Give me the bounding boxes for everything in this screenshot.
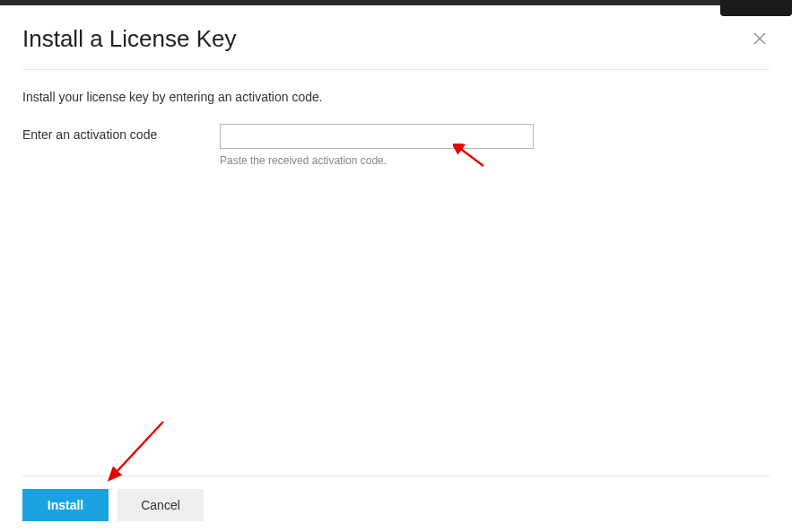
window-topbar-right: [720, 0, 792, 16]
license-dialog: Install a License Key Install your licen…: [0, 5, 792, 167]
dialog-footer: Install Cancel: [22, 475, 770, 521]
instruction-text: Install your license key by entering an …: [22, 90, 770, 104]
dialog-body: Install your license key by entering an …: [22, 70, 770, 167]
close-icon: [753, 32, 766, 45]
activation-code-hint: Paste the received activation code.: [220, 154, 534, 167]
cancel-button[interactable]: Cancel: [117, 489, 204, 521]
svg-line-3: [115, 422, 163, 474]
activation-code-field: Paste the received activation code.: [220, 124, 534, 167]
activation-code-row: Enter an activation code Paste the recei…: [22, 124, 770, 167]
annotation-arrow-install: [106, 416, 169, 483]
activation-code-label: Enter an activation code: [22, 124, 202, 142]
dialog-header: Install a License Key: [22, 25, 770, 70]
activation-code-input[interactable]: [220, 124, 534, 149]
close-button[interactable]: [750, 29, 770, 48]
install-button[interactable]: Install: [22, 489, 109, 521]
dialog-title: Install a License Key: [22, 25, 236, 53]
